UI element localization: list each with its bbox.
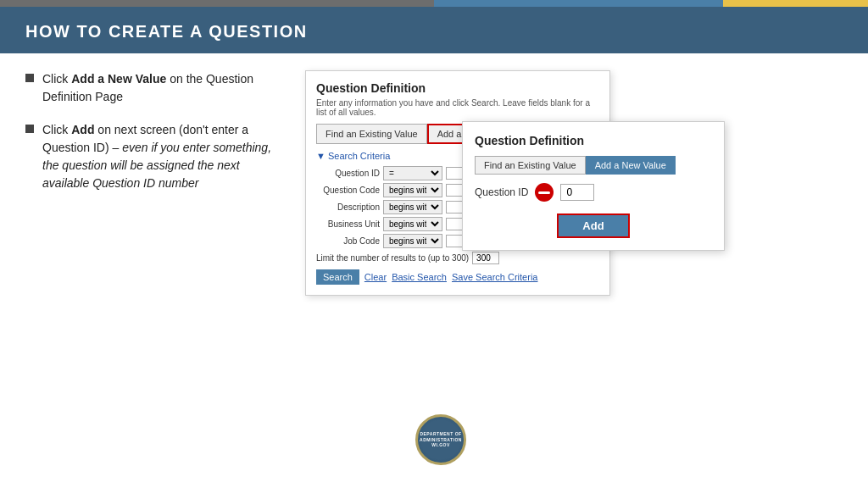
search-button[interactable]: Search xyxy=(316,269,359,285)
left-panel: Click Add a New Value on the Question De… xyxy=(25,70,288,465)
search-label-jc: Job Code xyxy=(316,236,380,246)
bullet-text-2: Click Add on next screen (don't enter a … xyxy=(42,121,288,192)
fg-question-id-row: Question ID xyxy=(475,183,712,202)
bullet-item-1: Click Add a New Value on the Question De… xyxy=(25,70,288,106)
bg-tab-find[interactable]: Find an Existing Value xyxy=(316,124,427,144)
bg-card-title: Question Definition xyxy=(316,81,599,95)
bar-yellow xyxy=(723,0,868,7)
clear-button[interactable]: Clear xyxy=(364,272,387,282)
fg-question-id-input[interactable] xyxy=(560,184,594,201)
bullet-icon-1 xyxy=(25,74,34,82)
fg-card-title: Question Definition xyxy=(475,134,712,147)
fg-tab-row: Find an Existing Value Add a New Value xyxy=(475,156,712,175)
department-seal: DEPARTMENT OF ADMINISTRATION WI.GOV xyxy=(415,414,466,465)
no-entry-icon xyxy=(535,183,554,202)
page-header: HOW TO CREATE A QUESTION xyxy=(0,7,868,53)
italic-note: even if you enter something, the questio… xyxy=(42,141,271,190)
search-label-qid: Question ID xyxy=(316,169,380,178)
main-content: Click Add a New Value on the Question De… xyxy=(0,53,868,482)
search-label-desc: Description xyxy=(316,202,380,212)
fg-screenshot-card: Question Definition Find an Existing Val… xyxy=(462,121,725,251)
search-op-bu[interactable]: begins with xyxy=(383,217,442,231)
seal-area: DEPARTMENT OF ADMINISTRATION WI.GOV xyxy=(398,414,483,465)
limit-label: Limit the number of results to (up to 30… xyxy=(316,253,469,263)
bar-blue xyxy=(434,0,723,7)
bullet-icon-2 xyxy=(25,125,34,133)
seal-text-line3: WI.GOV xyxy=(431,442,450,448)
fg-tab-find[interactable]: Find an Existing Value xyxy=(475,156,586,175)
bar-gray xyxy=(0,0,434,7)
bg-card-subtitle: Enter any information you have and click… xyxy=(316,98,599,117)
add-button[interactable]: Add xyxy=(557,214,629,238)
bold-add-new-value: Add a New Value xyxy=(71,72,166,86)
bullet-text-1: Click Add a New Value on the Question De… xyxy=(42,70,288,106)
basic-search-button[interactable]: Basic Search xyxy=(392,272,447,282)
search-op-jc[interactable]: begins with xyxy=(383,234,442,248)
search-op-code[interactable]: begins with xyxy=(383,183,442,197)
limit-input[interactable] xyxy=(472,252,499,264)
right-panel: Question Definition Enter any informatio… xyxy=(305,70,843,465)
action-row: Search Clear Basic Search Save Search Cr… xyxy=(316,269,599,285)
bold-add: Add xyxy=(71,123,94,136)
save-search-button[interactable]: Save Search Criteria xyxy=(452,272,538,282)
page-title: HOW TO CREATE A QUESTION xyxy=(25,22,843,42)
fg-tab-add-new[interactable]: Add a New Value xyxy=(586,156,676,175)
bullet-item-2: Click Add on next screen (don't enter a … xyxy=(25,121,288,192)
search-op-desc[interactable]: begins with xyxy=(383,200,442,214)
search-op-qid[interactable]: = xyxy=(383,166,442,180)
fg-question-id-label: Question ID xyxy=(475,186,528,198)
search-label-code: Question Code xyxy=(316,186,380,195)
limit-row: Limit the number of results to (up to 30… xyxy=(316,252,599,264)
top-bars xyxy=(0,0,868,7)
search-label-bu: Business Unit xyxy=(316,219,380,229)
